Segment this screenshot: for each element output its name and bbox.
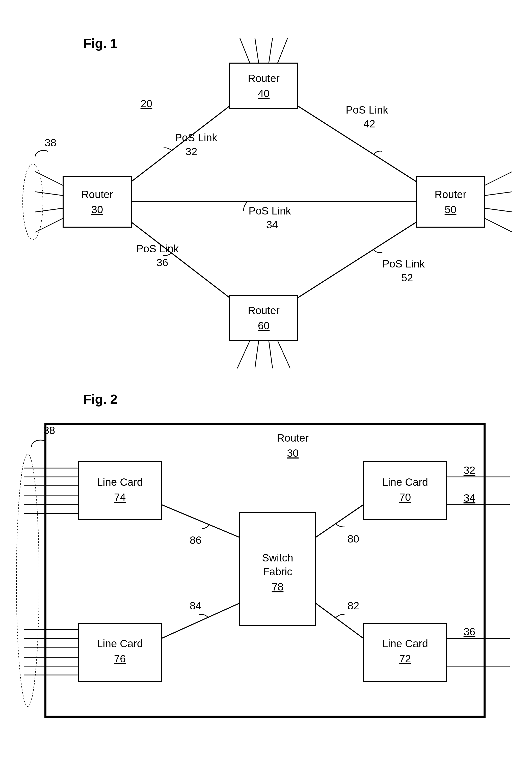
r60-ext-line — [278, 341, 290, 368]
diagram-canvas: Fig. 1 20 Router 40 Router 30 38 Router … — [0, 0, 532, 758]
router-40-label: Router — [248, 72, 280, 84]
link-36-ref: 36 — [157, 257, 168, 268]
ellipse-38-leader-fig2 — [32, 440, 46, 447]
r50-ext-line — [484, 218, 512, 232]
router-30-ref: 30 — [91, 204, 103, 216]
router-30-box — [63, 177, 131, 227]
ellipse-38-leader — [35, 151, 48, 156]
link-32-line — [131, 106, 230, 182]
r30-ext-line — [35, 208, 63, 212]
router-50-label: Router — [435, 189, 466, 200]
router-40-box — [230, 63, 298, 109]
linecard-70-label: Line Card — [382, 476, 428, 488]
switch-fabric-ref: 78 — [272, 581, 284, 593]
ellipse-38-ref-fig1: 38 — [45, 137, 56, 149]
linecard-74-box — [78, 462, 161, 520]
link-34-hook — [243, 202, 247, 211]
conn-86-ref: 86 — [190, 534, 202, 546]
fig2-router-label: Router — [277, 432, 309, 444]
link-32-ref: 32 — [186, 146, 197, 157]
router-50-box — [416, 177, 484, 227]
router-30-label: Router — [81, 189, 113, 200]
conn-82-ref: 82 — [347, 600, 359, 612]
r40-ext-line — [240, 38, 250, 63]
r40-ext-line — [255, 38, 259, 63]
link-52-ref: 52 — [401, 272, 413, 284]
router-60-box — [230, 295, 298, 341]
r30-ext-line — [35, 218, 63, 232]
linecard-70-ref: 70 — [399, 491, 411, 503]
r30-ext-line — [35, 192, 63, 195]
router-60-ref: 60 — [258, 320, 270, 331]
ellipse-38-ref-fig2: 38 — [43, 425, 55, 436]
r40-ext-line — [278, 38, 288, 63]
r30-ext-line — [35, 172, 63, 186]
link-52-label: PoS Link — [382, 258, 425, 270]
link-32-hook — [163, 148, 172, 151]
linecard-76-label: Line Card — [97, 637, 143, 649]
link-42-line — [298, 106, 416, 182]
link-36-label: PoS Link — [136, 243, 179, 255]
link-42-ref: 42 — [363, 118, 375, 130]
linecard-70-box — [363, 462, 447, 520]
r50-ext-line — [484, 192, 512, 195]
conn-84-ref: 84 — [190, 600, 202, 612]
fig2-title: Fig. 2 — [83, 392, 118, 406]
router-50-ref: 50 — [445, 204, 456, 216]
router-40-ref: 40 — [258, 87, 270, 99]
ellipse-38-fig2 — [17, 454, 39, 706]
conn-80-ref: 80 — [347, 533, 359, 545]
out-36-ref: 36 — [464, 626, 476, 637]
linecard-74-ref: 74 — [114, 491, 126, 503]
out-34-ref: 34 — [464, 492, 476, 504]
r50-ext-line — [484, 172, 512, 186]
ellipse-38-fig1 — [23, 164, 43, 240]
fig1-system-ref: 20 — [141, 98, 153, 110]
link-36-line — [131, 222, 230, 298]
fig1-title: Fig. 1 — [83, 36, 118, 51]
linecard-72-ref: 72 — [399, 653, 411, 665]
link-42-label: PoS Link — [346, 104, 388, 116]
r60-ext-line — [237, 341, 250, 368]
link-32-label: PoS Link — [175, 132, 218, 144]
r60-ext-line — [269, 341, 272, 368]
link-42-hook — [373, 151, 382, 155]
link-34-ref: 34 — [266, 219, 278, 231]
link-52-hook — [373, 250, 382, 253]
r40-ext-line — [269, 38, 272, 63]
r60-ext-line — [255, 341, 259, 368]
linecard-74-label: Line Card — [97, 476, 143, 488]
switch-fabric-label2: Fabric — [263, 566, 293, 578]
link-34-label: PoS Link — [249, 205, 291, 217]
fig2-router-ref: 30 — [287, 447, 299, 459]
router-60-label: Router — [248, 305, 280, 316]
linecard-76-box — [78, 623, 161, 681]
linecard-72-label: Line Card — [382, 637, 428, 649]
linecard-76-ref: 76 — [114, 653, 126, 665]
linecard-72-box — [363, 623, 447, 681]
r50-ext-line — [484, 208, 512, 212]
switch-fabric-label1: Switch — [262, 552, 293, 564]
out-32-ref: 32 — [464, 464, 476, 476]
